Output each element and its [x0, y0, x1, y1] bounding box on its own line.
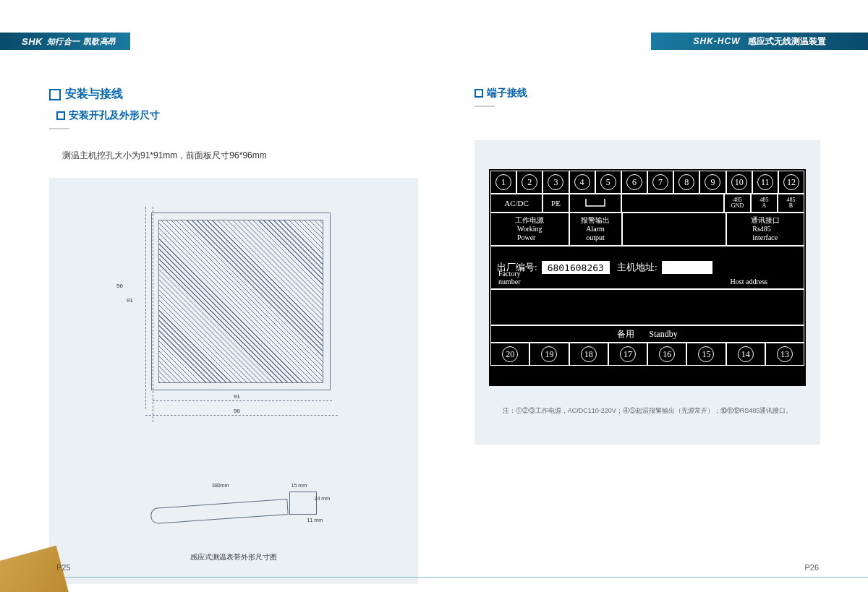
brand-slogan: 知行合一 凯歌高昂 [47, 36, 116, 47]
terminal-pin-12: 12 [778, 171, 804, 194]
empty-section [490, 289, 804, 325]
addr-value-box [662, 261, 712, 274]
standby-cn: 备用 [617, 328, 634, 340]
terminal-pin-15: 15 [686, 343, 726, 366]
belt-caption: 感应式测温表带外形尺寸图 [71, 552, 396, 562]
section-subtitle-right-text: 端子接线 [487, 87, 527, 100]
terminal-block: 123456789101112 AC/DC PE 485 GND 485 A 4… [489, 169, 806, 386]
terminal-pin-13: 13 [765, 343, 804, 366]
terminal-pin-2: 2 [516, 171, 542, 194]
page-number-right: P26 [804, 563, 819, 572]
terminal-pin-1: 1 [490, 171, 516, 194]
dim-91-horizontal: 91 [234, 393, 240, 400]
terminal-pin-7: 7 [647, 171, 673, 194]
right-column: 端子接线 123456789101112 AC/DC PE 485 GND 48… [475, 87, 820, 445]
terminal-pin-16: 16 [647, 343, 686, 366]
belt-dim-11: 11 mm [307, 518, 323, 523]
terminal-pin-20: 20 [490, 343, 529, 366]
labels-row-2: AC/DC PE 485 GND 485 A 485 B [490, 194, 804, 213]
belt-dim-15: 15 mm [292, 483, 307, 488]
terminal-pin-19: 19 [529, 343, 569, 366]
addr-label: 主机地址: [617, 261, 658, 274]
label-comm: 通讯接口 Rs485 interface [726, 213, 805, 246]
terminal-pin-5: 5 [595, 171, 621, 194]
standby-row: 备用 Standby [490, 325, 804, 343]
underline-accent [49, 128, 69, 129]
top-pins-row: 123456789101112 [490, 171, 804, 194]
cell-empty [621, 194, 724, 213]
section-title: 安装与接线 [49, 87, 418, 102]
cell-485b: 485 B [778, 194, 804, 213]
terminal-pin-17: 17 [608, 343, 647, 366]
terminal-pin-11: 11 [752, 171, 778, 194]
terminal-note: 注：①②③工作电源，AC/DC110-220V；④⑤超温报警输出（无源常开）；⑩… [489, 406, 806, 416]
terminal-pin-9: 9 [699, 171, 726, 194]
page-number-left: P25 [56, 563, 71, 572]
cell-acdc: AC/DC [490, 194, 542, 213]
label-alarm: 报警输出 Alarm output [569, 213, 622, 246]
header-left-bar: SHK 知行合一 凯歌高昂 [0, 33, 130, 50]
terminal-pin-18: 18 [569, 343, 608, 366]
product-name: 感应式无线测温装置 [748, 35, 826, 48]
cell-485a: 485 A [751, 194, 778, 213]
sensor-belt-drawing: 380mm 15 mm 11 mm 24 mm [150, 481, 317, 539]
dim-96-vertical: 96 [116, 283, 123, 289]
underline-accent-right [475, 106, 495, 107]
belt-dim-24: 24 mm [315, 496, 330, 501]
model-name: SHK-HCW [694, 36, 741, 46]
sn-value: 6801608263 [542, 261, 610, 274]
cell-alarm-bracket [569, 194, 621, 213]
device-front-drawing: 96 91 91 96 [125, 207, 342, 452]
section-subtitle-left-text: 安装开孔及外形尺寸 [69, 109, 160, 122]
terminal-pin-3: 3 [542, 171, 569, 194]
section-subtitle-left: 安装开孔及外形尺寸 [56, 109, 418, 122]
left-column: 安装与接线 安装开孔及外形尺寸 测温主机挖孔大小为91*91mm，前面板尺寸96… [49, 87, 418, 584]
addr-label-en: Host address [731, 278, 767, 286]
labels-row-3: 工作电源 Working Power 报警输出 Alarm output 通讯接… [490, 213, 804, 246]
section-title-text: 安装与接线 [65, 87, 123, 102]
terminal-pin-14: 14 [726, 343, 765, 366]
standby-en: Standby [649, 329, 677, 340]
terminal-pin-6: 6 [621, 171, 647, 194]
terminal-pin-8: 8 [673, 171, 699, 194]
dim-96-horizontal: 96 [234, 408, 240, 414]
header-right-bar: SHK-HCW 感应式无线测温装置 [651, 33, 868, 50]
terminal-pin-4: 4 [569, 171, 595, 194]
dimension-description: 测温主机挖孔大小为91*91mm，前面板尺寸96*96mm [62, 150, 418, 162]
bottom-pins-row: 2019181716151413 [490, 343, 804, 366]
dim-91-vertical: 91 [127, 297, 133, 304]
sn-label-en: Factory number [498, 270, 521, 286]
belt-dim-380: 380mm [212, 483, 229, 488]
cell-pe: PE [542, 194, 569, 213]
label-power: 工作电源 Working Power [490, 213, 569, 246]
dimension-panel: 96 91 91 96 380mm 15 mm 11 mm 24 mm 感应式测… [49, 178, 418, 584]
terminal-pin-10: 10 [726, 171, 752, 194]
terminal-panel: 123456789101112 AC/DC PE 485 GND 485 A 4… [475, 140, 820, 445]
footer-line [0, 577, 868, 578]
section-subtitle-right: 端子接线 [475, 87, 820, 100]
brand-name: SHK [22, 36, 43, 47]
label-blank [622, 213, 726, 246]
serial-address-section: 出厂编号: 6801608263 主机地址: Factory number Ho… [490, 246, 804, 289]
cell-485gnd: 485 GND [724, 194, 751, 213]
